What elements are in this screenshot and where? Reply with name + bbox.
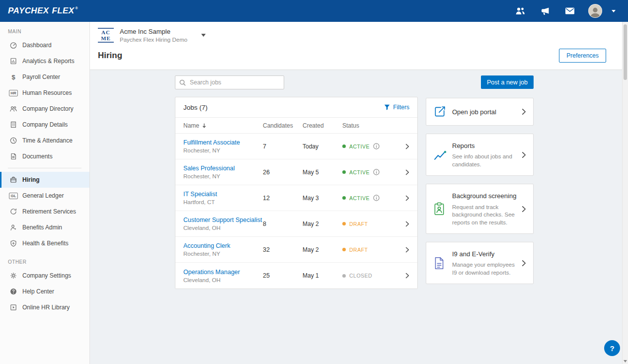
job-row[interactable]: IT Specialist Hartford, CT 12 May 3 ACTI… xyxy=(175,185,417,211)
sidebar: MAIN Dashboard Analytics & Reports $ Pay… xyxy=(0,22,90,364)
job-created: May 2 xyxy=(303,220,342,227)
job-row[interactable]: Operations Manager Cleveland, OH 25 May … xyxy=(175,263,417,289)
sidebar-item-analytics-reports[interactable]: Analytics & Reports xyxy=(0,53,89,69)
open-job-portal-card[interactable]: Open job portal xyxy=(426,98,534,126)
sidebar-item-online-hr-library[interactable]: Online HR Library xyxy=(0,299,89,315)
job-row[interactable]: Fulfillment Associate Rochester, NY 7 To… xyxy=(175,134,417,159)
paychex-flex-logo: PAYCHEX FLEX ® xyxy=(8,6,78,16)
sidebar-item-retirement-services[interactable]: Retirement Services xyxy=(0,204,89,219)
job-name-cell: Fulfillment Associate Rochester, NY xyxy=(183,139,263,153)
topbar-actions xyxy=(514,4,620,18)
contacts-icon[interactable] xyxy=(514,4,527,17)
info-icon[interactable] xyxy=(373,169,380,175)
job-name-link[interactable]: IT Specialist xyxy=(183,191,217,198)
status-dot xyxy=(342,170,346,174)
briefcase-icon xyxy=(8,176,18,184)
sidebar-item-payroll-center[interactable]: $ Payroll Center xyxy=(0,69,89,85)
card-title: Background screening xyxy=(452,192,516,200)
sidebar-item-label: Documents xyxy=(22,153,53,160)
card-text: Reports See info about jobs and candidat… xyxy=(452,141,522,168)
megaphone-icon[interactable] xyxy=(539,4,551,17)
job-row[interactable]: Accounting Clerk Rochester, NY 32 May 2 … xyxy=(175,237,417,263)
sidebar-section-other: OTHER xyxy=(0,255,89,268)
job-row[interactable]: Customer Support Specialist Cleveland, O… xyxy=(175,211,417,237)
job-created: May 1 xyxy=(303,272,342,279)
sidebar-item-hiring[interactable]: Hiring xyxy=(0,172,89,188)
job-status-cell: DRAFT xyxy=(342,221,409,227)
sidebar-item-label: Time & Attendance xyxy=(22,137,73,144)
mail-icon[interactable] xyxy=(563,4,576,17)
play-box-icon xyxy=(8,303,18,311)
sidebar-item-general-ledger[interactable]: GL General Ledger xyxy=(0,188,89,204)
chevron-right-icon[interactable] xyxy=(405,144,409,149)
help-button[interactable]: ? xyxy=(604,340,620,356)
sidebar-item-label: Human Resources xyxy=(22,89,72,96)
i9-everify-card[interactable]: I9 and E-Verify Manage your employees I9… xyxy=(426,242,534,284)
sidebar-item-label: Hiring xyxy=(22,176,40,183)
sidebar-item-time-attendance[interactable]: Time & Attendance xyxy=(0,133,89,148)
chevron-right-icon xyxy=(522,151,526,158)
background-screening-card[interactable]: Background screening Request and track b… xyxy=(426,184,534,234)
search-input[interactable] xyxy=(189,78,280,86)
company-chevron-down-icon[interactable] xyxy=(201,34,206,37)
scrollbar-thumb[interactable] xyxy=(624,24,627,80)
sidebar-section-main: MAIN xyxy=(0,25,89,37)
main-content: AC ME Acme Inc Sample Paychex Flex Hirin… xyxy=(90,22,628,364)
info-icon[interactable] xyxy=(373,195,380,201)
sidebar-item-label: Payroll Center xyxy=(22,73,60,80)
sidebar-item-company-details[interactable]: Company Details xyxy=(0,117,89,133)
chevron-right-icon[interactable] xyxy=(405,195,409,201)
card-body: Request and track background checks. See… xyxy=(452,204,519,227)
dashboard-icon xyxy=(8,41,18,49)
scrollbar-down-arrow[interactable] xyxy=(623,360,628,363)
scrollbar[interactable] xyxy=(622,22,628,364)
card-body: Manage your employees I9 or download rep… xyxy=(452,261,519,277)
job-location: Cleveland, OH xyxy=(183,277,221,283)
sidebar-item-label: General Ledger xyxy=(22,192,64,199)
chevron-right-icon[interactable] xyxy=(405,169,409,175)
filters-button[interactable]: Filters xyxy=(384,104,409,111)
sidebar-item-dashboard[interactable]: Dashboard xyxy=(0,37,89,53)
job-name-link[interactable]: Fulfillment Associate xyxy=(183,139,240,146)
chevron-right-icon[interactable] xyxy=(405,221,409,227)
reports-card[interactable]: Reports See info about jobs and candidat… xyxy=(426,134,534,176)
job-status-cell: ACTIVE xyxy=(342,195,409,201)
sidebar-item-help-center[interactable]: Help Center xyxy=(0,284,89,299)
job-name-link[interactable]: Sales Professional xyxy=(183,165,235,172)
chevron-right-icon[interactable] xyxy=(405,273,409,279)
info-icon[interactable] xyxy=(373,143,380,149)
sidebar-item-documents[interactable]: Documents xyxy=(0,148,89,164)
status-badge: CLOSED xyxy=(349,273,372,279)
sort-descending-icon xyxy=(202,123,206,128)
chevron-right-icon xyxy=(522,260,526,267)
column-status[interactable]: Status xyxy=(342,122,409,129)
sidebar-item-label: Company Details xyxy=(22,121,68,128)
job-status-cell: ACTIVE xyxy=(342,143,409,149)
column-candidates[interactable]: Candidates xyxy=(263,122,303,129)
sidebar-item-company-directory[interactable]: Company Directory xyxy=(0,101,89,117)
sidebar-item-human-resources[interactable]: HR Human Resources xyxy=(0,85,89,101)
sidebar-item-benefits-admin[interactable]: Benefits Admin xyxy=(0,219,89,235)
card-text: I9 and E-Verify Manage your employees I9… xyxy=(452,249,522,277)
job-name-link[interactable]: Customer Support Specialist xyxy=(183,217,262,223)
preferences-button[interactable]: Preferences xyxy=(559,49,606,63)
sidebar-item-company-settings[interactable]: Company Settings xyxy=(0,268,89,284)
chevron-down-icon[interactable] xyxy=(607,4,620,17)
job-row[interactable]: Sales Professional Rochester, NY 26 May … xyxy=(175,159,417,185)
job-name-link[interactable]: Accounting Clerk xyxy=(183,242,231,249)
i9-document-icon xyxy=(433,256,452,270)
job-candidates: 7 xyxy=(263,143,303,150)
column-created[interactable]: Created xyxy=(303,122,342,129)
chevron-right-icon[interactable] xyxy=(405,247,409,253)
post-new-job-button[interactable]: Post a new job xyxy=(481,75,534,89)
hr-badge-icon: HR xyxy=(8,90,18,96)
document-icon xyxy=(8,152,18,160)
gear-icon xyxy=(8,272,18,280)
status-dot xyxy=(342,274,346,278)
building-icon xyxy=(8,121,18,129)
avatar[interactable] xyxy=(588,4,602,18)
column-name[interactable]: Name xyxy=(183,122,263,129)
job-name-link[interactable]: Operations Manager xyxy=(183,269,240,276)
sidebar-item-health-benefits[interactable]: Health & Benefits xyxy=(0,235,89,251)
company-selector[interactable]: AC ME Acme Inc Sample Paychex Flex Hirin… xyxy=(90,22,628,47)
